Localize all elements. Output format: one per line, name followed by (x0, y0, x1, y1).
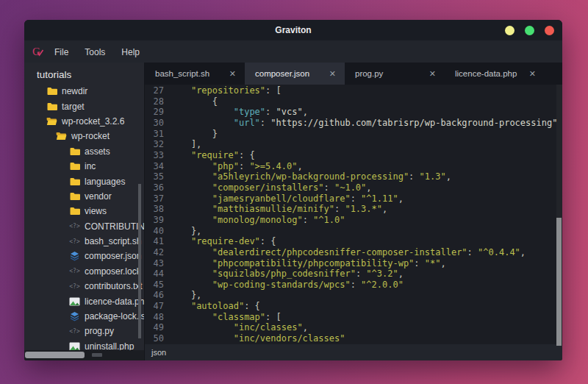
line-number: 47 (145, 301, 170, 312)
tree-item-inc[interactable]: inc (24, 159, 144, 174)
line-number: 42 (145, 247, 170, 258)
tree-item-contributors.txt[interactable]: <?>contributors.txt (24, 279, 144, 294)
line-number: 49 (145, 322, 170, 333)
folder-icon (47, 87, 57, 96)
file-explorer-sidebar: tutorials newdirtargetwp-rocket_3.2.6wp-… (24, 63, 145, 360)
graviton-window: Graviton G FileToolsHelp tutorials newdi… (24, 20, 562, 360)
sidebar-vertical-scrollbar[interactable] (138, 184, 141, 338)
code-line[interactable]: 30 "url": "https://github.com/tabrisrp/w… (145, 118, 562, 129)
tree-item-label: prog.py (85, 326, 114, 336)
line-number: 37 (145, 193, 170, 205)
menu-item-tools[interactable]: Tools (85, 47, 105, 57)
code-line[interactable]: 27 "repositories": [ (145, 85, 562, 96)
folder-icon (70, 177, 80, 186)
code-line[interactable]: 48 "classmap": [ (145, 312, 562, 323)
sidebar-horizontal-scrollbar[interactable] (25, 352, 85, 358)
line-number: 31 (145, 129, 170, 140)
code-line[interactable]: 47 "autoload": { (145, 301, 562, 312)
tab-label: prog.py (355, 69, 383, 78)
graviton-logo-icon: G (32, 45, 45, 58)
editor-vertical-scrollbar[interactable] (556, 218, 562, 346)
menu-item-help[interactable]: Help (121, 47, 140, 57)
status-bar: json (145, 344, 562, 360)
code-line[interactable]: 39 "monolog/monolog": "^1.0" (145, 215, 562, 226)
minimize-button[interactable] (505, 26, 514, 35)
code-line[interactable]: 42 "dealerdirect/phpcodesniffer-composer… (145, 247, 562, 258)
code-line[interactable]: 29 "type": "vcs", (145, 107, 562, 118)
line-number: 41 (145, 236, 170, 247)
tab-close-icon[interactable]: ✕ (329, 69, 336, 79)
code-file-icon: <?> (69, 268, 79, 274)
code-line[interactable]: 38 "matthiasmullie/minify": "1.3.*", (145, 204, 562, 215)
code-line[interactable]: 43 "phpcompatibility/phpcompatibility-wp… (145, 258, 562, 269)
file-tree: newdirtargetwp-rocket_3.2.6wp-rocketasse… (24, 84, 144, 354)
tree-item-label: wp-rocket (71, 131, 110, 141)
line-number: 34 (145, 161, 170, 172)
tab-close-icon[interactable]: ✕ (529, 69, 536, 79)
tree-item-assets[interactable]: assets (24, 144, 144, 159)
tree-item-target[interactable]: target (24, 99, 144, 113)
menu-item-file[interactable]: File (54, 47, 68, 57)
tree-item-label: CONTRIBUTING. (85, 221, 145, 232)
line-number: 33 (145, 150, 170, 161)
tab-bash-script.sh[interactable]: bash_script.sh✕ (145, 63, 245, 85)
tab-prog.py[interactable]: prog.py✕ (345, 63, 445, 85)
tree-item-label: wp-rocket_3.2.6 (62, 116, 124, 127)
line-number: 44 (145, 269, 170, 280)
json-file-icon (70, 311, 79, 321)
tree-item-prog.py[interactable]: <?>prog.py (24, 324, 144, 338)
code-line[interactable]: 44 "squizlabs/php_codesniffer": "^3.2", (145, 269, 562, 280)
tab-composer.json[interactable]: composer.json✕ (245, 63, 345, 85)
tab-close-icon[interactable]: ✕ (429, 69, 436, 79)
code-line[interactable]: 35 "a5hleyrich/wp-background-processing"… (145, 171, 562, 182)
code-line[interactable]: 50 "inc/vendors/classes" (145, 333, 562, 344)
tree-item-newdir[interactable]: newdir (24, 84, 144, 99)
code-line[interactable]: 36 "composer/installers": "~1.0", (145, 182, 562, 193)
tree-item-wp-rocket[interactable]: wp-rocket (24, 129, 144, 143)
code-line[interactable]: 41 "require-dev": { (145, 236, 562, 247)
code-line[interactable]: 28 { (145, 96, 562, 107)
tree-item-label: inc (85, 161, 96, 171)
language-indicator: json (151, 348, 166, 357)
code-line[interactable]: 33 "require": { (145, 150, 562, 161)
tree-item-label: assets (85, 146, 110, 157)
tree-item-composer.json[interactable]: composer.json (24, 249, 144, 263)
code-file-icon: <?> (69, 238, 79, 245)
code-line[interactable]: 37 "jamesryanbell/cloudflare": "^1.11", (145, 193, 562, 205)
tab-bar: bash_script.sh✕composer.json✕prog.py✕lic… (145, 63, 562, 85)
close-button[interactable] (545, 26, 554, 35)
tree-item-wp-rocket-3.2.6[interactable]: wp-rocket_3.2.6 (24, 114, 144, 129)
maximize-button[interactable] (525, 26, 534, 35)
folder-open-icon (46, 117, 57, 126)
tree-root-tutorials[interactable]: tutorials (24, 63, 144, 84)
tree-item-contributing.[interactable]: <?>CONTRIBUTING. (24, 219, 144, 234)
tree-item-vendor[interactable]: vendor (24, 189, 144, 204)
line-number: 27 (145, 85, 170, 96)
code-line[interactable]: 49 "inc/classes", (145, 322, 562, 333)
tree-item-licence-data.php[interactable]: licence-data.php (24, 294, 144, 308)
tab-licence-data.php[interactable]: licence-data.php✕ (445, 63, 545, 85)
tree-item-views[interactable]: views (24, 204, 144, 218)
code-line[interactable]: 31 } (145, 129, 562, 140)
code-line[interactable]: 34 "php": ">=5.4.0", (145, 161, 562, 172)
tree-item-package-lock.jsc[interactable]: package-lock.jsc (24, 309, 144, 324)
code-line[interactable]: 32 ], (145, 139, 562, 150)
code-line[interactable]: 46 }, (145, 290, 562, 301)
tab-label: composer.json (255, 69, 309, 78)
window-content: tutorials newdirtargetwp-rocket_3.2.6wp-… (24, 63, 562, 360)
tree-item-label: bash_script.sh (85, 236, 141, 246)
line-number: 46 (145, 290, 170, 301)
tab-label: licence-data.php (455, 69, 517, 78)
code-editor[interactable]: 27 "repositories": [28 {29 "type": "vcs"… (145, 85, 562, 344)
window-title: Graviton (24, 20, 562, 40)
code-line[interactable]: 40 }, (145, 226, 562, 237)
folder-icon (47, 102, 57, 111)
tree-item-composer.lock[interactable]: <?>composer.lock (24, 264, 144, 279)
tree-item-languages[interactable]: languages (24, 174, 144, 188)
tree-item-bash-script.sh[interactable]: <?>bash_script.sh (24, 234, 144, 249)
tab-close-icon[interactable]: ✕ (229, 69, 236, 79)
folder-icon (70, 147, 80, 156)
line-number: 38 (145, 204, 170, 215)
code-line[interactable]: 45 "wp-coding-standards/wpcs": "^2.0.0" (145, 280, 562, 291)
titlebar[interactable]: Graviton (24, 20, 562, 40)
